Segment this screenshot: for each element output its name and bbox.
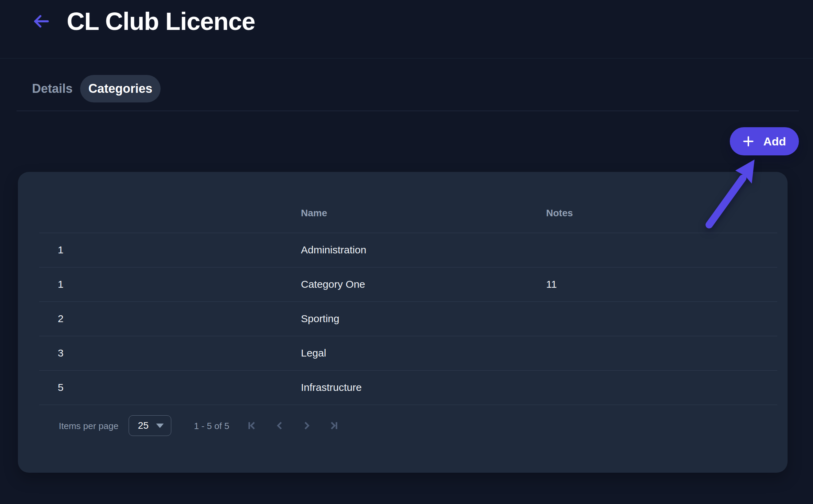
table-row[interactable]: 5 Infrastructure <box>18 370 788 405</box>
plus-icon <box>742 135 754 147</box>
cell-id: 2 <box>58 302 64 336</box>
categories-card: Name Notes 1 Administration 1 Category O… <box>18 172 788 473</box>
cell-name: Category One <box>301 267 365 302</box>
cell-id: 1 <box>58 267 64 302</box>
page-size-value: 25 <box>138 420 149 431</box>
last-page-button[interactable] <box>325 417 343 434</box>
page-range-label: 1 - 5 of 5 <box>194 420 229 432</box>
column-header-name: Name <box>301 208 327 219</box>
cell-id: 3 <box>58 336 64 370</box>
cell-name: Sporting <box>301 302 339 336</box>
page-size-select[interactable]: 25 <box>129 415 171 436</box>
tab-categories-label: Categories <box>88 81 152 96</box>
first-page-icon <box>246 420 257 431</box>
table-row[interactable]: 2 Sporting <box>18 302 788 336</box>
tab-categories[interactable]: Categories <box>80 75 161 102</box>
next-page-button[interactable] <box>298 417 315 434</box>
back-button[interactable] <box>32 12 51 31</box>
column-header-notes: Notes <box>546 208 573 219</box>
previous-page-button[interactable] <box>271 417 288 434</box>
last-page-icon <box>328 420 339 431</box>
table-row[interactable]: 3 Legal <box>18 336 788 370</box>
add-button-label: Add <box>763 135 786 148</box>
chevron-down-icon <box>156 424 164 428</box>
first-page-button[interactable] <box>243 417 260 434</box>
add-button[interactable]: Add <box>730 127 799 155</box>
table-row[interactable]: 1 Category One 11 <box>18 267 788 302</box>
cell-name: Infrastructure <box>301 370 362 405</box>
table-row[interactable]: 1 Administration <box>18 233 788 267</box>
items-per-page-label: Items per page <box>59 420 118 432</box>
cell-notes: 11 <box>546 267 557 302</box>
page-header: CL Club Licence <box>0 0 813 58</box>
cell-name: Administration <box>301 233 366 267</box>
arrow-left-icon <box>33 15 49 28</box>
page-title: CL Club Licence <box>67 6 255 35</box>
row-divider <box>39 405 777 405</box>
cell-name: Legal <box>301 336 326 370</box>
cell-id: 5 <box>58 370 64 405</box>
tab-details[interactable]: Details <box>32 78 73 100</box>
next-page-icon <box>301 420 312 431</box>
tabs-divider <box>17 111 799 111</box>
previous-page-icon <box>274 420 285 431</box>
cell-id: 1 <box>58 233 64 267</box>
